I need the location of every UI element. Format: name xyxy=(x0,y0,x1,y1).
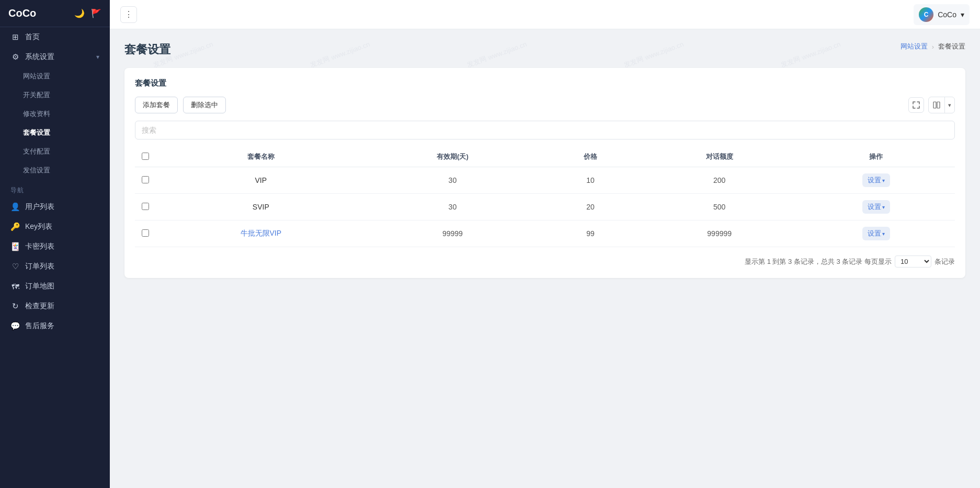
row-price-1: 10 xyxy=(539,167,642,194)
main-area: ⋮ C CoCo ▾ 发发网 www.zijiao.cn 发发网 www.zij… xyxy=(110,0,980,488)
map-icon: 🗺 xyxy=(10,282,20,291)
sidebar-sub-payment-config[interactable]: 支付配置 xyxy=(0,142,110,161)
row-name-2: SVIP xyxy=(156,194,366,220)
row-checkbox-cell xyxy=(135,220,156,247)
col-action: 操作 xyxy=(797,147,955,167)
row-checkbox-cell xyxy=(135,167,156,194)
row-name-1: VIP xyxy=(156,167,366,194)
table-toolbar: 添加套餐 删除选中 xyxy=(135,97,955,113)
sidebar-sub-send-config[interactable]: 发信设置 xyxy=(0,161,110,180)
action-dropdown-arrow: ▾ xyxy=(882,204,885,210)
pagination-row: 显示第 1 到第 3 条记录，总共 3 条记录 每页显示 10 20 50 10… xyxy=(135,255,955,268)
row-price-2: 20 xyxy=(539,194,642,220)
sidebar-header: CoCo 🌙 🚩 xyxy=(0,0,110,27)
dark-mode-icon[interactable]: 🌙 xyxy=(74,8,85,18)
select-all-header xyxy=(135,147,156,167)
home-icon: ⊞ xyxy=(10,32,20,42)
sidebar-item-order-map[interactable]: 🗺 订单地图 xyxy=(0,276,110,296)
col-days: 有效期(天) xyxy=(366,147,540,167)
sidebar: CoCo 🌙 🚩 ⊞ 首页 ⚙ 系统设置 ▾ 网站设置 开关配置 修改资料 套餐… xyxy=(0,0,110,488)
row-name-3: 牛批无限VIP xyxy=(156,220,366,247)
breadcrumb-website-settings[interactable]: 网站设置 xyxy=(901,42,928,51)
sidebar-item-check-update[interactable]: ↻ 检查更新 xyxy=(0,296,110,316)
settings-icon: ⚙ xyxy=(10,52,20,62)
add-package-button[interactable]: 添加套餐 xyxy=(135,97,178,113)
row-checkbox-cell xyxy=(135,194,156,220)
row-quota-3: 999999 xyxy=(642,220,797,247)
action-button-3[interactable]: 设置 ▾ xyxy=(862,227,890,240)
user-dropdown[interactable]: C CoCo ▾ xyxy=(914,4,970,25)
sidebar-item-home[interactable]: ⊞ 首页 xyxy=(0,27,110,47)
columns-control: ▾ xyxy=(928,97,955,113)
refresh-icon: ↻ xyxy=(10,301,20,311)
menu-button[interactable]: ⋮ xyxy=(120,6,137,23)
nav-label: 导航 xyxy=(0,180,110,197)
table-header-row: 套餐名称 有效期(天) 价格 对话额度 操作 xyxy=(135,147,955,167)
chat-icon: 💬 xyxy=(10,321,20,331)
toolbar-right: ▾ xyxy=(908,97,955,113)
delete-selected-button[interactable]: 删除选中 xyxy=(183,97,226,113)
per-page-select[interactable]: 10 20 50 100 xyxy=(895,255,931,268)
topbar: ⋮ C CoCo ▾ xyxy=(110,0,980,29)
sidebar-item-card-list[interactable]: 🃏 卡密列表 xyxy=(0,237,110,257)
row-quota-2: 500 xyxy=(642,194,797,220)
breadcrumb-current: 套餐设置 xyxy=(938,42,965,51)
card-icon: 🃏 xyxy=(10,242,20,251)
expand-icon[interactable] xyxy=(908,97,924,113)
sidebar-logo: CoCo xyxy=(8,7,36,19)
action-button-1[interactable]: 设置 ▾ xyxy=(862,173,890,187)
user-name: CoCo xyxy=(938,10,956,19)
sidebar-item-home-label: 首页 xyxy=(25,32,40,42)
sidebar-item-user-list[interactable]: 👤 用户列表 xyxy=(0,197,110,217)
package-table: 套餐名称 有效期(天) 价格 对话额度 操作 VIP 30 10 200 xyxy=(135,147,955,247)
sidebar-sub-switch-config[interactable]: 开关配置 xyxy=(0,86,110,104)
col-quota: 对话额度 xyxy=(642,147,797,167)
action-dropdown-arrow: ▾ xyxy=(882,231,885,237)
row-checkbox-3[interactable] xyxy=(142,229,149,237)
pagination-info: 显示第 1 到第 3 条记录，总共 3 条记录 每页显示 xyxy=(745,257,892,266)
avatar: C xyxy=(919,7,933,22)
user-icon: 👤 xyxy=(10,202,20,212)
toolbar-left: 添加套餐 删除选中 xyxy=(135,97,226,113)
sidebar-sub-package-settings[interactable]: 套餐设置 xyxy=(0,123,110,142)
sidebar-item-system-settings[interactable]: ⚙ 系统设置 ▾ xyxy=(0,47,110,67)
page-title: 套餐设置 xyxy=(124,42,170,57)
chevron-down-icon: ▾ xyxy=(96,53,99,61)
sidebar-item-after-sales[interactable]: 💬 售后服务 xyxy=(0,316,110,336)
row-days-1: 30 xyxy=(366,167,540,194)
row-price-3: 99 xyxy=(539,220,642,247)
col-price: 价格 xyxy=(539,147,642,167)
sidebar-sub-website-settings[interactable]: 网站设置 xyxy=(0,67,110,86)
svg-rect-0 xyxy=(933,102,936,108)
notification-icon[interactable]: 🚩 xyxy=(91,8,101,18)
sidebar-sub-edit-profile[interactable]: 修改资料 xyxy=(0,104,110,123)
sidebar-header-icons: 🌙 🚩 xyxy=(74,8,101,18)
row-action-1: 设置 ▾ xyxy=(797,167,955,194)
row-days-3: 99999 xyxy=(366,220,540,247)
select-all-checkbox[interactable] xyxy=(142,153,149,160)
row-checkbox-1[interactable] xyxy=(142,176,149,183)
sidebar-item-system-settings-label: 系统设置 xyxy=(25,52,54,62)
action-dropdown-arrow: ▾ xyxy=(882,178,885,183)
card-title: 套餐设置 xyxy=(135,78,955,88)
package-settings-card: 套餐设置 添加套餐 删除选中 xyxy=(124,68,965,278)
row-quota-1: 200 xyxy=(642,167,797,194)
breadcrumb-separator: › xyxy=(932,43,934,51)
col-name: 套餐名称 xyxy=(156,147,366,167)
key-icon: 🔑 xyxy=(10,222,20,231)
row-action-2: 设置 ▾ xyxy=(797,194,955,220)
table-row: SVIP 30 20 500 设置 ▾ xyxy=(135,194,955,220)
row-checkbox-2[interactable] xyxy=(142,203,149,210)
table-row: 牛批无限VIP 99999 99 999999 设置 ▾ xyxy=(135,220,955,247)
search-input[interactable] xyxy=(135,121,955,140)
content-area: 发发网 www.zijiao.cn 发发网 www.zijiao.cn 发发网 … xyxy=(110,29,980,488)
columns-icon[interactable] xyxy=(929,97,945,113)
table-row: VIP 30 10 200 设置 ▾ xyxy=(135,167,955,194)
action-button-2[interactable]: 设置 ▾ xyxy=(862,200,890,214)
heart-icon: ♡ xyxy=(10,262,20,271)
columns-dropdown-arrow[interactable]: ▾ xyxy=(945,97,954,113)
sidebar-item-key-list[interactable]: 🔑 Key列表 xyxy=(0,217,110,237)
pagination-suffix: 条记录 xyxy=(935,257,955,266)
search-bar xyxy=(135,121,955,140)
sidebar-item-order-list[interactable]: ♡ 订单列表 xyxy=(0,257,110,276)
